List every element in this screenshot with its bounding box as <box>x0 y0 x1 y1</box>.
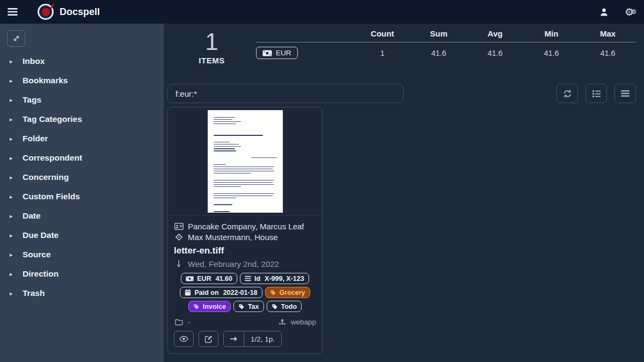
concerning-row: Max Mustermann, House <box>174 233 316 242</box>
currency-label: EUR <box>276 49 291 57</box>
tag-badge-tax[interactable]: Tax <box>233 301 264 312</box>
money-bill-icon <box>186 276 194 281</box>
money-bill-icon <box>262 50 272 56</box>
stats-header-row: Count Sum Avg Min Max <box>256 29 636 42</box>
stat-sum-value: 41.6 <box>411 49 467 57</box>
currency-badge: EUR <box>256 47 298 59</box>
badges: EUR 41.60 Id X-999, X-123 <box>174 273 316 312</box>
due-date-badge[interactable]: Paid on 2022-01-18 <box>180 287 262 298</box>
caret-right-icon: ▸ <box>10 174 14 181</box>
sidebar-item-inbox[interactable]: ▸Inbox <box>0 52 164 71</box>
caret-right-icon: ▸ <box>10 193 14 200</box>
sidebar-item-concerning[interactable]: ▸Concerning <box>0 168 164 187</box>
stat-count-value: 1 <box>354 49 411 57</box>
sidebar-item-custom-fields[interactable]: ▸Custom Fields <box>0 187 164 206</box>
stats-summary: 1 ITEMS Count Sum Avg Min Max <box>167 29 636 65</box>
stat-max-value: 41.6 <box>580 49 636 57</box>
tag-badge-grocery[interactable]: Grocery <box>265 287 310 298</box>
sidebar-item-date[interactable]: ▸Date <box>0 206 164 226</box>
amount-badge[interactable]: EUR 41.60 <box>181 273 237 284</box>
docspell-logo-icon <box>38 4 54 20</box>
stats-value-row: EUR 1 41.6 41.6 41.6 41.6 <box>256 47 636 59</box>
user-icon[interactable] <box>598 6 609 17</box>
caret-right-icon: ▸ <box>10 97 14 104</box>
arrow-down-icon <box>174 260 184 268</box>
col-max: Max <box>580 29 636 38</box>
menu-bars-icon[interactable] <box>614 84 636 103</box>
top-navbar: Docspell ⚙︎⚙︎ <box>0 0 644 24</box>
list-check-icon[interactable] <box>586 84 607 103</box>
sidebar-item-bookmarks[interactable]: ▸Bookmarks <box>0 71 164 90</box>
caret-right-icon: ▸ <box>10 135 14 142</box>
expand-diagonal-icon[interactable] <box>7 30 25 47</box>
tag-icon <box>270 289 276 296</box>
caret-right-icon: ▸ <box>10 58 14 65</box>
caret-right-icon: ▸ <box>10 77 14 84</box>
caret-right-icon: ▸ <box>10 213 14 220</box>
document-thumbnail[interactable] <box>168 107 322 215</box>
sidebar-item-trash[interactable]: ▸Trash <box>0 284 164 303</box>
open-detail-group: 1/2, 1p. <box>223 331 282 347</box>
col-count: Count <box>354 29 411 38</box>
pages-indicator: 1/2, 1p. <box>244 331 281 346</box>
main-panel: 1 ITEMS Count Sum Avg Min Max <box>164 24 644 362</box>
caret-right-icon: ▸ <box>10 116 14 123</box>
col-sum: Sum <box>411 29 467 38</box>
field-lines-icon <box>245 276 251 281</box>
sidebar-item-direction[interactable]: ▸Direction <box>0 264 164 284</box>
caret-right-icon: ▸ <box>10 271 14 278</box>
sidebar-item-tags[interactable]: ▸Tags <box>0 90 164 110</box>
correspondent-text: Pancake Company, Marcus Leaf <box>188 222 304 231</box>
filter-sidebar: ▸Inbox ▸Bookmarks ▸Tags ▸Tag Categories … <box>0 24 164 362</box>
caret-right-icon: ▸ <box>10 251 14 258</box>
tag-icon <box>193 303 200 310</box>
item-title[interactable]: letter-en.tiff <box>174 245 316 256</box>
caret-right-icon: ▸ <box>10 290 14 297</box>
sidebar-item-source[interactable]: ▸Source <box>0 245 164 264</box>
tag-icon <box>272 303 278 310</box>
calendar-icon <box>185 289 191 296</box>
search-input[interactable] <box>167 84 404 103</box>
folder-icon <box>174 319 184 325</box>
gears-icon[interactable]: ⚙︎⚙︎ <box>624 6 634 17</box>
address-card-icon <box>174 223 184 230</box>
stat-min-value: 41.6 <box>523 49 580 57</box>
crosshairs-icon <box>174 233 184 241</box>
letter-preview <box>208 110 283 213</box>
stat-avg-value: 41.6 <box>467 49 523 57</box>
items-count-block: 1 ITEMS <box>167 29 256 65</box>
preview-eye-icon[interactable] <box>174 331 194 347</box>
sidebar-item-due-date[interactable]: ▸Due Date <box>0 226 164 245</box>
tag-badge-invoice[interactable]: Invoice <box>188 301 231 312</box>
arrow-right-icon[interactable] <box>224 331 244 346</box>
folder-source-row: - webapp <box>174 318 316 326</box>
menu-icon[interactable] <box>8 6 19 18</box>
tag-badge-todo[interactable]: Todo <box>267 301 302 312</box>
tag-icon <box>238 303 245 310</box>
item-card: Pancake Company, Marcus Leaf Max Musterm… <box>167 107 323 354</box>
refresh-icon[interactable] <box>557 84 578 103</box>
sidebar-item-folder[interactable]: ▸Folder <box>0 129 164 148</box>
caret-right-icon: ▸ <box>10 155 14 162</box>
item-date: Wed, February 2nd, 2022 <box>188 259 279 269</box>
col-avg: Avg <box>467 29 523 38</box>
item-date-row: Wed, February 2nd, 2022 <box>174 259 316 269</box>
col-min: Min <box>523 29 580 38</box>
correspondent-row: Pancake Company, Marcus Leaf <box>174 222 316 231</box>
app-title: Docspell <box>60 6 100 18</box>
caret-right-icon: ▸ <box>10 232 14 239</box>
items-count: 1 <box>167 30 256 54</box>
sidebar-sections: ▸Inbox ▸Bookmarks ▸Tags ▸Tag Categories … <box>0 52 164 303</box>
sidebar-item-tag-categories[interactable]: ▸Tag Categories <box>0 110 164 129</box>
search-bar-row <box>167 84 636 103</box>
currency-stats-table: Count Sum Avg Min Max EUR <box>256 29 636 65</box>
folder-value: - <box>188 318 191 326</box>
items-count-label: ITEMS <box>167 56 256 65</box>
upload-icon <box>277 318 287 325</box>
card-actions: 1/2, 1p. <box>174 331 316 347</box>
custom-field-badge[interactable]: Id X-999, X-123 <box>240 273 309 284</box>
concerning-text: Max Mustermann, House <box>188 233 278 242</box>
source-value: webapp <box>291 318 316 326</box>
sidebar-item-correspondent[interactable]: ▸Correspondent <box>0 148 164 168</box>
edit-icon[interactable] <box>199 331 218 347</box>
